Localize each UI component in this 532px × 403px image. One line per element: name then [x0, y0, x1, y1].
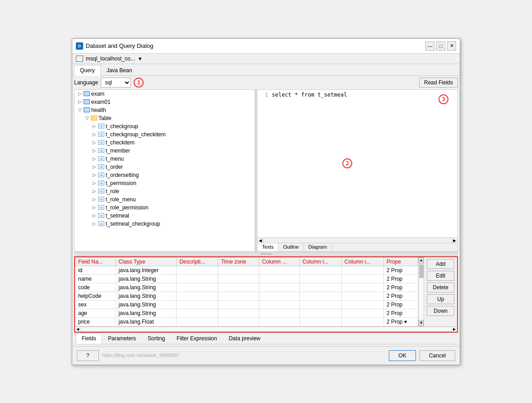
cell-field-name: age [75, 309, 116, 317]
scroll-thumb [419, 264, 424, 278]
edit-button[interactable]: Edit [427, 271, 454, 281]
scroll-left-btn[interactable]: ◀ [257, 238, 264, 243]
sql-editor[interactable]: 1 select * from t_setmeal 2 3 [257, 90, 457, 237]
ok-button[interactable]: OK [389, 350, 415, 361]
table-row[interactable]: sex java.lang.String 2 Prop [75, 300, 418, 309]
language-select[interactable]: sql java groovy [101, 78, 131, 88]
cell-class-type: java.lang.String [116, 283, 177, 292]
tree-label: t_role [106, 188, 119, 195]
table-row[interactable]: helpCode java.lang.String 2 Prop [75, 292, 418, 300]
connection-dropdown[interactable]: ▼ [138, 56, 143, 61]
table-row[interactable]: id java.lang.Integer 2 Prop [75, 266, 418, 274]
cell-description [177, 309, 218, 317]
scroll-right-btn[interactable]: ▶ [452, 238, 457, 243]
scroll-down-btn[interactable]: ▼ [419, 320, 424, 326]
cell-field-name: sex [75, 300, 116, 309]
tree-item-t_checkgroup_checkitem[interactable]: ▷ ≡ t_checkgroup_checkitem [75, 130, 255, 139]
bottom-tab-parameters[interactable]: Parameters [102, 333, 142, 344]
read-fields-button[interactable]: Read Fields [419, 78, 458, 88]
tree-item-exam01[interactable]: ▷ exam01 [75, 98, 255, 106]
cell-timezone [218, 317, 259, 326]
table-row[interactable]: age java.lang.String 2 Prop [75, 309, 418, 317]
horizontal-splitter[interactable] [74, 252, 458, 256]
bottom-tab-filter-expression[interactable]: Filter Expression [171, 333, 223, 344]
editor-tab-texts[interactable]: Texts [257, 243, 279, 251]
close-button[interactable]: ✕ [447, 42, 456, 51]
title-bar-left: D Dataset and Query Dialog [76, 42, 154, 50]
tree-item-t_checkitem[interactable]: ▷ ≡ t_checkitem [75, 139, 255, 147]
cell-description [177, 300, 218, 309]
cell-timezone [218, 292, 259, 300]
tree-item-t_role_menu[interactable]: ▷ ≡ t_role_menu [75, 195, 255, 204]
table-hscrollbar[interactable]: ◀ ▶ [75, 326, 457, 332]
tree-item-t_ordersetting[interactable]: ▷ ≡ t_ordersetting [75, 171, 255, 179]
up-button[interactable]: Up [427, 294, 454, 304]
scroll-up-btn[interactable]: ▲ [419, 257, 424, 264]
editor-pane: 1 select * from t_setmeal 2 3 ◀ ▶ Texts [257, 90, 457, 251]
tree-item-health[interactable]: ▽ health [75, 106, 255, 114]
table-row[interactable]: code java.lang.String 2 Prop [75, 283, 418, 292]
cell-col1 [259, 274, 300, 283]
tree-item-t_checkgroup[interactable]: ▷ ≡ t_checkgroup [75, 122, 255, 130]
table-row[interactable]: price java.lang.Float 2 Prop ▾ [75, 317, 418, 326]
col-header-col1[interactable]: Column ... [259, 257, 300, 266]
tree-pane: ▷ exam ▷ exam01 ▽ [75, 90, 255, 251]
action-buttons: Add Edit Delete Up Down [424, 257, 457, 326]
cell-field-name: helpCode [75, 292, 116, 300]
title-bar: D Dataset and Query Dialog — □ ✕ [72, 39, 460, 54]
cell-col2 [299, 292, 341, 300]
editor-tab-diagram[interactable]: Diagram [304, 243, 332, 251]
help-button[interactable]: ? [77, 350, 99, 361]
tree-item-t_setmeal_checkgroup[interactable]: ▷ ≡ t_setmeal_checkgroup [75, 220, 255, 228]
cell-description [177, 274, 218, 283]
tree-item-t_setmeal[interactable]: ▷ ≡ t_setmeal [75, 212, 255, 220]
tree-item-t_menu[interactable]: ▷ ≡ t_menu [75, 155, 255, 163]
tree-item-t_order[interactable]: ▷ ≡ t_order [75, 163, 255, 171]
add-button[interactable]: Add [427, 259, 454, 269]
cancel-button[interactable]: Cancel [420, 350, 455, 361]
tree-label: t_checkgroup_checkitem [106, 131, 166, 138]
maximize-button[interactable]: □ [436, 42, 445, 51]
table-scroll-left-btn[interactable]: ◀ [75, 327, 80, 331]
col-header-field-name[interactable]: Field Na... [75, 257, 116, 266]
tab-query[interactable]: Query [74, 65, 101, 76]
tree-item-t_role_permission[interactable]: ▷ ≡ t_role_permission [75, 204, 255, 212]
col-header-prop[interactable]: Prope [383, 257, 418, 266]
cell-col3 [341, 266, 383, 274]
col-header-col2[interactable]: Column l... [299, 257, 341, 266]
window-controls: — □ ✕ [425, 42, 456, 51]
tree-item-exam[interactable]: ▷ exam [75, 90, 255, 98]
tree-label: t_order [106, 164, 123, 170]
minimize-button[interactable]: — [425, 42, 434, 51]
tab-javabean[interactable]: Java Bean [101, 65, 138, 75]
col-header-description[interactable]: Descripti... [177, 257, 218, 266]
col-header-timezone[interactable]: Time zone [218, 257, 259, 266]
cell-prop: 2 Prop [383, 274, 418, 283]
tree-item-t_member[interactable]: ▷ ≡ t_member [75, 147, 255, 155]
tree-item-t_role[interactable]: ▷ ≡ t_role [75, 187, 255, 195]
tree-label: t_role_permission [106, 204, 149, 211]
tree-item-table-folder[interactable]: ▽ Table [75, 114, 255, 122]
editor-bottom-tabs: Texts Outline Diagram [257, 243, 457, 251]
delete-button[interactable]: Delete [427, 283, 454, 292]
cell-col3 [341, 317, 383, 326]
bottom-tab-data-preview[interactable]: Data preview [223, 333, 266, 344]
bottom-tab-fields[interactable]: Fields [76, 333, 102, 344]
col-header-col3[interactable]: Column i... [341, 257, 383, 266]
bottom-tab-sorting[interactable]: Sorting [142, 333, 171, 344]
table-vscrollbar[interactable]: ▲ ▼ [418, 257, 424, 326]
table-scroll-right-btn[interactable]: ▶ [452, 327, 457, 331]
editor-tab-outline[interactable]: Outline [279, 243, 304, 251]
cell-class-type: java.lang.String [116, 274, 177, 283]
fields-table-scroll[interactable]: Field Na... Class Type Descripti... Time… [75, 257, 418, 326]
cell-timezone [218, 300, 259, 309]
table-row[interactable]: name java.lang.String 2 Prop [75, 274, 418, 283]
scroll-track [419, 264, 424, 320]
dialog-window: D Dataset and Query Dialog — □ ✕ msql_lo… [72, 38, 460, 365]
badge-3: 3 [439, 94, 448, 104]
tree-item-t_permission[interactable]: ▷ ≡ t_permission [75, 179, 255, 187]
col-header-class-type[interactable]: Class Type [116, 257, 177, 266]
horizontal-scrollbar[interactable]: ◀ ▶ [257, 237, 457, 243]
down-button[interactable]: Down [427, 306, 454, 316]
query-language-row: Language sql java groovy 1 Read Fields [74, 78, 458, 88]
